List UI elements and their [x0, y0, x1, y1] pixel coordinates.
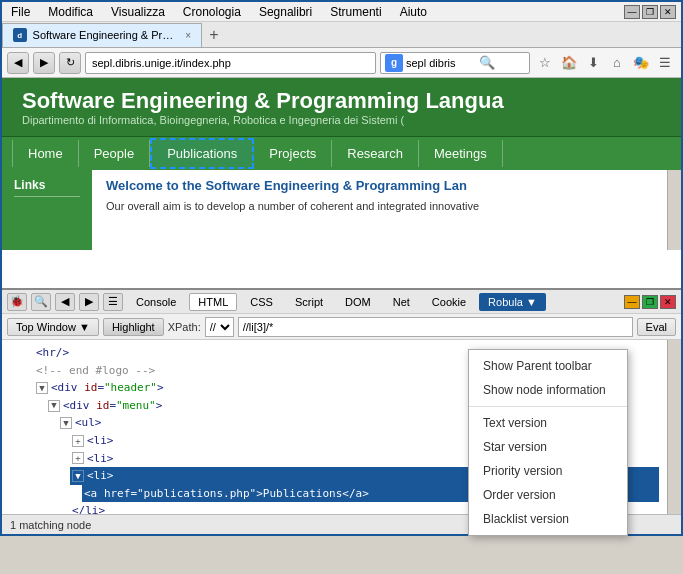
dt-close-button[interactable]: ✕ — [660, 295, 676, 309]
dt-multiline-icon[interactable]: ☰ — [103, 293, 123, 311]
toolbar-icons: ☆ 🏠 ⬇ ⌂ 🎭 ☰ — [534, 52, 676, 74]
menu-strumenti[interactable]: Strumenti — [326, 4, 385, 20]
menu-visualizza[interactable]: Visualizza — [107, 4, 169, 20]
dropdown-section-info: Show Parent toolbar Show node informatio… — [469, 350, 627, 407]
menu-segnalibri[interactable]: Segnalibri — [255, 4, 316, 20]
content-body: Our overall aim is to develop a number o… — [106, 199, 653, 214]
tag-text: <li> — [87, 467, 114, 485]
tab-dom[interactable]: DOM — [336, 293, 380, 311]
search-box: g 🔍 — [380, 52, 530, 74]
nav-projects[interactable]: Projects — [254, 140, 332, 167]
blacklist-version-item[interactable]: Blacklist version — [469, 507, 627, 531]
tag-text: <a href="publications.php">Publications<… — [84, 485, 369, 503]
sidebar-line — [14, 196, 80, 197]
window-restore-button[interactable]: ❐ — [642, 5, 658, 19]
nav-people[interactable]: People — [79, 140, 150, 167]
show-node-information-item[interactable]: Show node information — [469, 378, 627, 402]
vertical-scrollbar[interactable] — [667, 170, 681, 250]
expand-icon-header[interactable]: ▼ — [36, 382, 48, 394]
expand-icon-li1[interactable]: + — [72, 435, 84, 447]
firebug-icon[interactable]: 🐞 — [7, 293, 27, 311]
tag-text: <li> — [87, 432, 114, 450]
tab-net[interactable]: Net — [384, 293, 419, 311]
tag-text: <div id="menu"> — [63, 397, 162, 415]
dt-back-button[interactable]: ◀ — [55, 293, 75, 311]
dt-vertical-scrollbar[interactable] — [667, 340, 681, 514]
tag-text: <hr/> — [36, 344, 69, 362]
menu-bar: File Modifica Visualizza Cronologia Segn… — [2, 2, 681, 22]
tab-css[interactable]: CSS — [241, 293, 282, 311]
addon-icon[interactable]: 🎭 — [630, 52, 652, 74]
site-header: Software Engineering & Programming Langu… — [2, 78, 681, 136]
menu-file[interactable]: File — [7, 4, 34, 20]
tab-console[interactable]: Console — [127, 293, 185, 311]
dropdown-section-versions: Text version Star version Priority versi… — [469, 407, 627, 535]
dt-minimize-button[interactable]: — — [624, 295, 640, 309]
reload-button[interactable]: ↻ — [59, 52, 81, 74]
content-heading: Welcome to the Software Engineering & Pr… — [106, 178, 653, 193]
robula-dropdown-arrow: ▼ — [526, 296, 537, 308]
star-icon[interactable]: ☆ — [534, 52, 556, 74]
show-parent-toolbar-item[interactable]: Show Parent toolbar — [469, 354, 627, 378]
tab-close-button[interactable]: × — [185, 30, 191, 41]
sidebar-links-label: Links — [14, 178, 80, 192]
top-window-button[interactable]: Top Window ▼ — [7, 318, 99, 336]
address-bar: ◀ ▶ ↻ g 🔍 ☆ 🏠 ⬇ ⌂ 🎭 ☰ — [2, 48, 681, 78]
url-input[interactable] — [85, 52, 376, 74]
xpath-select[interactable]: // — [205, 317, 234, 337]
search-input[interactable] — [406, 57, 476, 69]
highlight-button[interactable]: Highlight — [103, 318, 164, 336]
order-version-item[interactable]: Order version — [469, 483, 627, 507]
download-icon[interactable]: ⬇ — [582, 52, 604, 74]
menu-icon[interactable]: ☰ — [654, 52, 676, 74]
comment-text: <!-- end #logo --> — [36, 362, 155, 380]
inspect-icon[interactable]: 🔍 — [31, 293, 51, 311]
nav-research[interactable]: Research — [332, 140, 419, 167]
dt-restore-button[interactable]: ❐ — [642, 295, 658, 309]
nav-publications[interactable]: Publications — [150, 138, 254, 169]
tag-text: </li> — [72, 502, 105, 514]
xpath-input[interactable] — [238, 317, 633, 337]
text-version-item[interactable]: Text version — [469, 411, 627, 435]
tab-html[interactable]: HTML — [189, 293, 237, 311]
expand-icon-menu[interactable]: ▼ — [48, 400, 60, 412]
dt-forward-button[interactable]: ▶ — [79, 293, 99, 311]
sidebar: Links — [2, 170, 92, 250]
search-submit-icon[interactable]: 🔍 — [479, 55, 495, 70]
google-icon: g — [385, 54, 403, 72]
top-window-arrow: ▼ — [79, 321, 90, 333]
window-close-button[interactable]: ✕ — [660, 5, 676, 19]
tab-robula[interactable]: Robula ▼ — [479, 293, 546, 311]
priority-version-item[interactable]: Priority version — [469, 459, 627, 483]
menu-cronologia[interactable]: Cronologia — [179, 4, 245, 20]
eval-button[interactable]: Eval — [637, 318, 676, 336]
devtools-toolbar2: Top Window ▼ Highlight XPath: // Eval — [2, 314, 681, 340]
expand-icon-ul[interactable]: ▼ — [60, 417, 72, 429]
tag-text: <li> — [87, 450, 114, 468]
back-button[interactable]: ◀ — [7, 52, 29, 74]
expand-icon-li3[interactable]: ▼ — [72, 470, 84, 482]
star-version-item[interactable]: Star version — [469, 435, 627, 459]
tag-text: <div id="header"> — [51, 379, 164, 397]
menu-modifica[interactable]: Modifica — [44, 4, 97, 20]
new-tab-button[interactable]: + — [202, 23, 226, 47]
xpath-label: XPath: — [168, 321, 201, 333]
home-icon[interactable]: ⌂ — [606, 52, 628, 74]
tab-script[interactable]: Script — [286, 293, 332, 311]
nav-home[interactable]: Home — [12, 140, 79, 167]
tab-cookie[interactable]: Cookie — [423, 293, 475, 311]
browser-tab[interactable]: d Software Engineering & Prog... × — [2, 23, 202, 47]
expand-icon-li2[interactable]: + — [72, 452, 84, 464]
nav-meetings[interactable]: Meetings — [419, 140, 503, 167]
status-text: 1 matching node — [10, 519, 91, 531]
site-title: Software Engineering & Programming Langu… — [22, 88, 661, 114]
menu-aiuto[interactable]: Aiuto — [396, 4, 431, 20]
site-nav: Home People Publications Projects Resear… — [2, 136, 681, 170]
robula-dropdown-menu: Show Parent toolbar Show node informatio… — [468, 349, 628, 536]
tag-text: <ul> — [75, 414, 102, 432]
forward-button[interactable]: ▶ — [33, 52, 55, 74]
tab-favicon: d — [13, 28, 27, 42]
home-page-icon[interactable]: 🏠 — [558, 52, 580, 74]
robula-label: Robula — [488, 296, 523, 308]
window-minimize-button[interactable]: — — [624, 5, 640, 19]
